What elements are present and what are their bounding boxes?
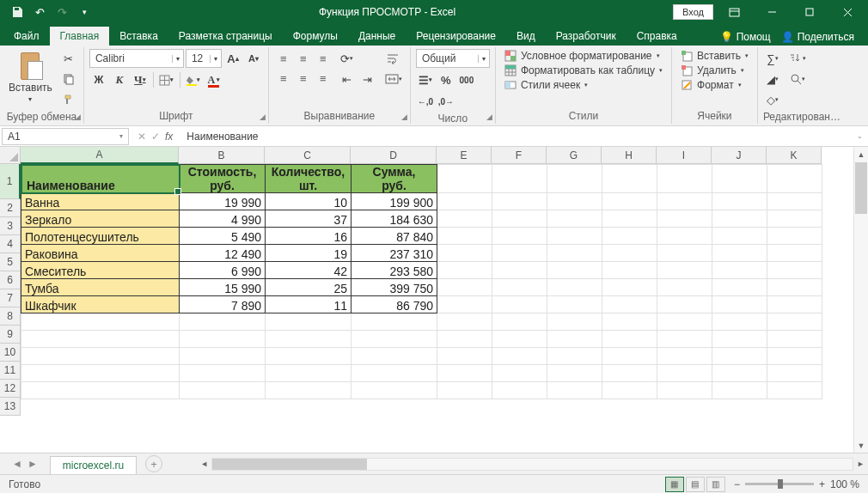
maximize-icon[interactable] — [792, 0, 827, 24]
cell[interactable]: 399 750 — [351, 279, 437, 296]
cell[interactable] — [547, 279, 602, 296]
cell[interactable] — [266, 331, 351, 348]
accounting-format-icon[interactable]: ☰▾ — [416, 70, 435, 89]
cell[interactable] — [437, 210, 492, 228]
cancel-formula-icon[interactable]: ✕ — [138, 131, 146, 143]
cell[interactable]: Шкафчик — [21, 296, 180, 313]
cell[interactable] — [437, 313, 492, 331]
cell[interactable]: 86 790 — [351, 296, 437, 313]
cell[interactable] — [547, 348, 602, 365]
save-icon[interactable] — [7, 2, 28, 22]
fill-color-button[interactable]: ▾ — [184, 70, 203, 89]
increase-indent-icon[interactable]: ⇥ — [358, 70, 377, 88]
clear-icon[interactable]: ◇▾ — [763, 90, 782, 109]
tab-справка[interactable]: Справка — [627, 27, 688, 46]
cell[interactable] — [180, 348, 266, 365]
row-header[interactable]: 12 — [0, 380, 21, 398]
zoom-slider[interactable] — [745, 483, 814, 485]
enter-formula-icon[interactable]: ✓ — [151, 131, 160, 143]
cell[interactable] — [657, 245, 712, 262]
row-header[interactable]: 1 — [0, 164, 21, 199]
formula-input[interactable]: Наименование — [180, 131, 852, 143]
column-header[interactable]: G — [547, 147, 602, 164]
cell[interactable] — [547, 331, 602, 348]
cell[interactable]: 237 310 — [351, 245, 437, 262]
cell[interactable] — [602, 313, 657, 331]
column-header[interactable]: B — [179, 147, 265, 164]
cell[interactable] — [492, 348, 547, 365]
cell[interactable] — [351, 365, 437, 382]
cell[interactable] — [351, 348, 437, 365]
cell[interactable] — [712, 228, 767, 245]
cell[interactable] — [657, 313, 712, 331]
row-header[interactable]: 13 — [0, 398, 21, 416]
tab-файл[interactable]: Файл — [3, 27, 50, 46]
cell[interactable] — [767, 313, 822, 331]
number-format-combo[interactable]: Общий▾ — [416, 49, 490, 68]
cell[interactable]: 19 990 — [180, 193, 266, 210]
normal-view-icon[interactable]: ▦ — [665, 477, 684, 492]
cell[interactable] — [437, 262, 492, 279]
scroll-left-icon[interactable]: ◄ — [197, 460, 211, 468]
comma-format-icon[interactable]: 000 — [457, 70, 476, 89]
tell-me[interactable]: 💡Помощ — [720, 31, 771, 43]
cell[interactable]: 25 — [266, 279, 351, 296]
cell[interactable]: Наименование — [21, 165, 180, 193]
column-header[interactable]: A — [21, 147, 179, 164]
cell[interactable] — [437, 296, 492, 313]
column-header[interactable]: E — [437, 147, 492, 164]
cell[interactable] — [767, 193, 822, 210]
cell[interactable] — [351, 313, 437, 331]
cell[interactable] — [657, 165, 712, 193]
cell[interactable] — [767, 165, 822, 193]
cell[interactable] — [712, 296, 767, 313]
row-header[interactable]: 11 — [0, 362, 21, 380]
cell[interactable] — [657, 228, 712, 245]
conditional-formatting-button[interactable]: Условное форматирование ▾ — [501, 49, 666, 63]
cell[interactable] — [602, 228, 657, 245]
cell[interactable] — [547, 262, 602, 279]
wrap-text-icon[interactable] — [382, 49, 405, 68]
close-icon[interactable] — [830, 0, 865, 24]
cell[interactable] — [492, 382, 547, 399]
cell[interactable]: 293 580 — [351, 262, 437, 279]
dialog-launcher-icon[interactable]: ◢ — [75, 113, 81, 121]
merge-button[interactable]: ▾ — [382, 70, 405, 88]
tab-формулы[interactable]: Формулы — [283, 27, 348, 46]
tab-вставка[interactable]: Вставка — [109, 27, 168, 46]
font-name-combo[interactable]: Calibri▾ — [89, 49, 184, 68]
cell[interactable]: 184 630 — [351, 210, 437, 228]
align-middle-icon[interactable]: ≡ — [294, 50, 313, 69]
cell[interactable] — [767, 296, 822, 313]
row-header[interactable]: 2 — [0, 199, 21, 217]
zoom-level[interactable]: 100 % — [830, 478, 859, 490]
cell[interactable] — [492, 279, 547, 296]
cell[interactable] — [767, 245, 822, 262]
cell[interactable]: 6 990 — [180, 262, 266, 279]
cell[interactable] — [547, 165, 602, 193]
cell[interactable] — [437, 348, 492, 365]
row-header[interactable]: 10 — [0, 344, 21, 362]
cell[interactable] — [712, 313, 767, 331]
underline-button[interactable]: Ч ▾ — [131, 70, 150, 89]
next-sheet-icon[interactable]: ► — [28, 458, 38, 470]
zoom-in-icon[interactable]: + — [819, 478, 825, 490]
cell[interactable]: 5 490 — [180, 228, 266, 245]
cell[interactable] — [602, 262, 657, 279]
cell[interactable] — [657, 296, 712, 313]
cell[interactable] — [437, 331, 492, 348]
cell[interactable] — [767, 279, 822, 296]
tab-разработчик[interactable]: Разработчик — [546, 27, 627, 46]
cell[interactable]: 37 — [266, 210, 351, 228]
align-right-icon[interactable]: ≡ — [314, 70, 333, 88]
undo-icon[interactable]: ↶ — [29, 2, 50, 22]
delete-cells-button[interactable]: Удалить ▾ — [677, 64, 752, 77]
cell[interactable] — [266, 365, 351, 382]
cell[interactable] — [712, 382, 767, 399]
cut-icon[interactable]: ✂ — [59, 49, 78, 68]
cell[interactable] — [492, 262, 547, 279]
cell[interactable] — [602, 348, 657, 365]
italic-button[interactable]: К — [110, 70, 129, 89]
dialog-launcher-icon[interactable]: ◢ — [486, 113, 492, 121]
bold-button[interactable]: Ж — [89, 70, 108, 89]
